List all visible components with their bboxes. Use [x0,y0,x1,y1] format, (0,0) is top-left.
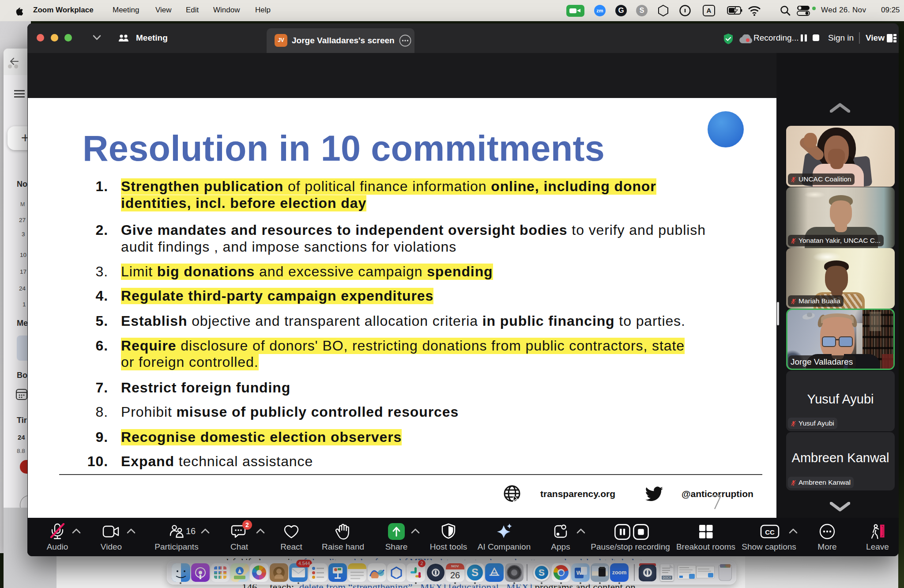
svg-text:CC: CC [765,528,775,536]
